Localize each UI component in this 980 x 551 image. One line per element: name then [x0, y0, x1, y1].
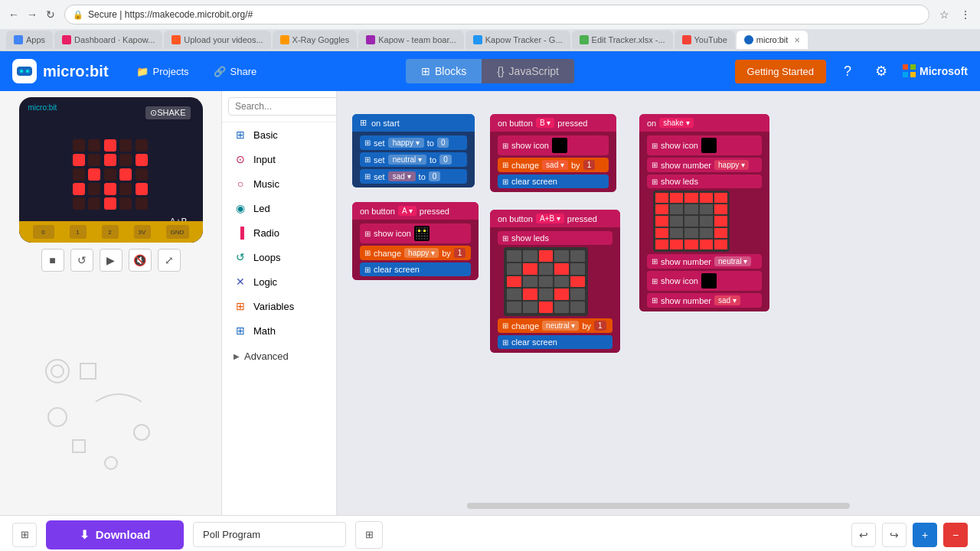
search-input[interactable] [228, 97, 337, 116]
on-button-ab-group: on button A+B ▾ pressed ⊞ show leds [490, 210, 620, 353]
show-num-happy-dropdown[interactable]: happy ▾ [714, 160, 749, 170]
on-button-b-pressed-label: pressed [557, 119, 587, 128]
button-ab-dropdown[interactable]: A+B ▾ [536, 214, 564, 223]
icon-px-10 [416, 233, 417, 234]
zoom-in-button[interactable]: + [913, 523, 937, 547]
tab-upload[interactable]: Upload your videos... [164, 31, 270, 49]
tab-apps[interactable]: Apps [6, 31, 53, 49]
change-happy-a-dropdown[interactable]: happy ▾ [404, 248, 439, 258]
tab-youtube[interactable]: YouTube [675, 31, 735, 49]
block-canvas[interactable]: ⊞ on start ⊞ set happy ▾ to 0 [337, 91, 980, 515]
zoom-out-button[interactable]: − [943, 523, 968, 547]
toolbox: 🔍 ⊞ Basic ⊙ Input ○ Music ◉ Led ▐ Radio … [222, 91, 337, 515]
sim-stop-button[interactable]: ■ [41, 249, 64, 272]
toolbox-item-advanced[interactable]: ▶ Advanced [222, 343, 336, 370]
ms-sq-yellow [910, 72, 916, 77]
tab-kapow-tracker[interactable]: Kapow Tracker - G... [466, 31, 570, 49]
sad-dropdown[interactable]: sad ▾ [388, 171, 416, 181]
set-happy-block: ⊞ set happy ▾ to 0 [360, 135, 467, 150]
led-0-2 [104, 139, 116, 152]
show-icon-shake2-grid: ⊞ [652, 277, 658, 285]
toolbox-item-input[interactable]: ⊙ Input [222, 147, 336, 171]
basic-icon: ⊞ [234, 129, 247, 141]
settings-icon[interactable]: ⚙ [869, 59, 893, 83]
refresh-button[interactable]: ↻ [43, 7, 58, 22]
toolbox-item-math[interactable]: ⊞ Math [222, 318, 336, 343]
change-by-a-label: by [442, 249, 451, 258]
icon-px-21 [418, 238, 420, 240]
sim-audio-button[interactable]: 🔇 [129, 249, 152, 272]
tab-dashboard[interactable]: Dashboard · Kapow... [54, 31, 162, 49]
getting-started-button[interactable]: Getting Started [735, 60, 826, 83]
change-happy-a-grid: ⊞ [364, 249, 371, 257]
sim-fullscreen-button[interactable]: ⤢ [158, 249, 181, 272]
header-right: Getting Started ? ⚙ Microsoft [735, 59, 968, 83]
toolbox-item-variables[interactable]: ⊞ Variables [222, 294, 336, 318]
home-button[interactable]: ⊞ [12, 523, 37, 547]
led-4-0 [73, 197, 85, 210]
change-sad-b-dropdown[interactable]: sad ▾ [542, 160, 568, 170]
toolbox-item-loops[interactable]: ↺ Loops [222, 245, 336, 269]
tab-microbit[interactable]: micro:bit ✕ [737, 31, 808, 49]
happy-dropdown[interactable]: happy ▾ [388, 138, 424, 148]
variables-label: Variables [253, 301, 294, 312]
url-text: Secure | https://makecode.microbit.org/# [88, 9, 253, 20]
undo-button[interactable]: ↩ [851, 523, 876, 547]
neutral-val-box: 0 [439, 155, 452, 165]
logic-label: Logic [253, 276, 277, 288]
tab-close-icon[interactable]: ✕ [794, 36, 800, 44]
toolbox-item-logic[interactable]: ✕ Logic [222, 269, 336, 294]
sim-play-button[interactable]: ▶ [100, 249, 122, 272]
block-area: ⊞ on start ⊞ set happy ▾ to 0 [337, 91, 980, 515]
button-b-dropdown[interactable]: B ▾ [536, 118, 554, 128]
redo-button[interactable]: ↪ [882, 523, 906, 547]
neutral-dropdown[interactable]: neutral ▾ [388, 155, 426, 165]
download-button[interactable]: ⬇ Download [46, 520, 184, 549]
projects-button[interactable]: 📁 Projects [127, 61, 198, 82]
advanced-chevron-icon: ▶ [234, 352, 240, 360]
tab-edit-tracker[interactable]: Edit Tracker.xlsx -... [572, 31, 673, 49]
bookmark-star-icon[interactable]: ☆ [936, 6, 952, 23]
tab-kapow-team[interactable]: Kapow - team boar... [358, 31, 464, 49]
back-button[interactable]: ← [6, 7, 21, 22]
s-led-4 [714, 193, 727, 203]
show-num-sad-dropdown[interactable]: sad ▾ [714, 295, 740, 305]
toolbox-item-music[interactable]: ○ Music [222, 171, 336, 196]
on-button-a-header: on button A ▾ pressed [352, 202, 479, 220]
javascript-mode-button[interactable]: {} JavaScript [482, 59, 574, 83]
browser-menu-icon[interactable]: ⋮ [957, 6, 974, 23]
change-neutral-ab-dropdown[interactable]: neutral ▾ [542, 321, 579, 331]
sim-restart-button[interactable]: ↺ [70, 249, 93, 272]
toolbox-item-basic[interactable]: ⊞ Basic [222, 122, 336, 147]
icon-px-19 [426, 235, 428, 236]
show-num-neutral-dropdown[interactable]: neutral ▾ [714, 256, 751, 266]
show-leds-ab-grid: ⊞ [502, 234, 508, 243]
led-grid-ab [504, 247, 588, 316]
bottom-right-controls: ↩ ↪ + − [851, 523, 968, 547]
icon-px-11 [418, 233, 420, 234]
shake-dropdown[interactable]: shake ▾ [659, 118, 693, 128]
button-a-dropdown[interactable]: A ▾ [398, 206, 416, 216]
tab-microbit-favicon [744, 35, 753, 44]
ab-led-3 [554, 250, 569, 262]
forward-button[interactable]: → [24, 7, 40, 22]
show-icon-shake-block: ⊞ show icon [647, 135, 762, 155]
address-bar[interactable]: 🔒 Secure | https://makecode.microbit.org… [64, 5, 929, 24]
canvas-scrollbar[interactable] [467, 503, 850, 509]
program-name-input[interactable] [193, 522, 346, 547]
js-icon: {} [497, 65, 504, 77]
toolbox-item-led[interactable]: ◉ Led [222, 196, 336, 220]
program-icon-button[interactable]: ⊞ [355, 521, 383, 549]
blocks-mode-button[interactable]: ⊞ Blocks [406, 59, 482, 83]
tab-xray[interactable]: X-Ray Goggles [273, 31, 358, 49]
s-led-1 [670, 193, 683, 203]
projects-icon: 📁 [136, 66, 149, 77]
toolbox-item-radio[interactable]: ▐ Radio [222, 220, 336, 245]
icon-display-b [552, 138, 567, 153]
help-icon[interactable]: ? [835, 59, 860, 83]
led-2-2 [104, 168, 116, 181]
share-icon: 🔗 [214, 66, 226, 77]
svg-point-6 [51, 365, 64, 377]
clear-screen-b-block: ⊞ clear screen [498, 174, 609, 188]
share-button[interactable]: 🔗 Share [204, 61, 266, 82]
